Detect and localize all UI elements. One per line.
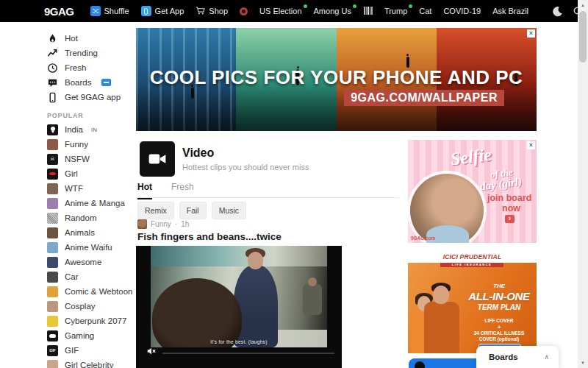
9gag-page: 9GAG Shuffle Get App Shop US Election bbox=[0, 0, 588, 368]
sidebar-item-comic-webtoon[interactable]: Comic & Webtoon bbox=[47, 284, 136, 299]
video-frame bbox=[151, 246, 327, 347]
top-nav: 9GAG Shuffle Get App Shop US Election bbox=[0, 0, 578, 22]
tabs-divider bbox=[136, 197, 399, 198]
nav-item-barcode[interactable] bbox=[363, 7, 373, 16]
phone-icon bbox=[47, 92, 58, 103]
sidebar-item-nsfw[interactable]: ☠ NSFW bbox=[47, 152, 136, 166]
random-board-avatar-icon bbox=[47, 213, 58, 224]
nav-item-shop[interactable]: Shop bbox=[196, 6, 228, 17]
barcode-icon bbox=[363, 7, 373, 16]
chip-fail[interactable]: Fail bbox=[179, 202, 207, 219]
sidebar-item-animals[interactable]: Animals bbox=[47, 225, 136, 240]
9gag-logo[interactable]: 9GAG bbox=[44, 5, 74, 18]
record-icon bbox=[240, 7, 248, 15]
anime-waifu-board-avatar-icon bbox=[47, 242, 58, 253]
join-board-cta[interactable]: join board bbox=[487, 193, 531, 203]
comic-webtoon-board-avatar-icon bbox=[47, 286, 58, 297]
boards-new-badge bbox=[101, 79, 111, 86]
sidebar-item-awesome[interactable]: Awesome bbox=[47, 255, 136, 269]
nav-item-ask-brazil[interactable]: Ask Brazil bbox=[492, 7, 528, 15]
nav-item-covid19[interactable]: COVID-19 bbox=[443, 7, 481, 15]
video-section-subtitle: Hottest clips you should never miss bbox=[182, 163, 309, 171]
left-sidebar: Hot Trending Fresh Boards Get 9GAG app P… bbox=[0, 22, 136, 368]
icici-brand-logo: ICICI PRUDENTIAL bbox=[443, 253, 502, 261]
flame-icon bbox=[47, 33, 58, 44]
nav-item-us-election[interactable]: US Election bbox=[259, 7, 301, 15]
post-time: 1h bbox=[181, 220, 189, 228]
sidebar-item-funny[interactable]: Funny bbox=[47, 137, 136, 152]
sidebar-item-boards[interactable]: Boards bbox=[47, 75, 136, 90]
video-camera-icon bbox=[148, 149, 167, 169]
post-title[interactable]: Fish fingers and beans....twice bbox=[137, 231, 282, 242]
chip-remix[interactable]: Remix bbox=[137, 202, 174, 219]
sidebar-item-anime-waifu[interactable]: Anime Waifu bbox=[47, 240, 136, 255]
arrow-right-icon[interactable]: › bbox=[505, 215, 514, 223]
girl-celebrity-board-avatar-icon bbox=[47, 360, 58, 368]
sidebar-item-anime-manga[interactable]: Anime & Manga bbox=[47, 196, 136, 210]
nav-item-shuffle[interactable]: Shuffle bbox=[90, 6, 129, 16]
wtf-board-avatar-icon bbox=[47, 183, 58, 194]
nsfw-board-avatar-icon: ☠ bbox=[47, 154, 58, 165]
sidebar-item-gif[interactable]: GIF GIF bbox=[47, 343, 136, 358]
cosplay-board-avatar-icon bbox=[47, 301, 58, 312]
icici-term-plan-ad[interactable]: ICICI PRUDENTIAL LIFE INSURANCE THE ALL-… bbox=[408, 250, 537, 353]
sidebar-item-get-app[interactable]: Get 9GAG app bbox=[47, 90, 136, 105]
page-scrollbar[interactable]: ▲ ▼ bbox=[578, 0, 588, 368]
sidebar-item-cyberpunk-2077[interactable]: Cyberpunk 2077 bbox=[47, 314, 136, 328]
dark-mode-moon-icon[interactable] bbox=[552, 6, 563, 17]
mute-speaker-icon[interactable] bbox=[146, 346, 157, 359]
sidebar-item-india[interactable]: India IN bbox=[47, 122, 136, 137]
shuffle-icon bbox=[90, 6, 101, 16]
boards-chat-icon bbox=[47, 77, 58, 88]
sidebar-item-girl[interactable]: Girl bbox=[47, 166, 136, 181]
live-dot bbox=[304, 4, 307, 8]
nav-item-record[interactable] bbox=[240, 7, 248, 15]
gif-board-avatar-icon: GIF bbox=[47, 345, 58, 356]
wallpaper-banner-ad[interactable]: COOL PICS FOR YOUR PHONE AND PC 9GAG.COM… bbox=[136, 28, 537, 131]
live-dot bbox=[409, 4, 412, 8]
chevron-up-icon: ∧ bbox=[544, 353, 549, 361]
nav-item-among-us[interactable]: Among Us bbox=[314, 7, 351, 15]
gaming-board-avatar-icon bbox=[47, 330, 58, 342]
clock-icon bbox=[47, 63, 58, 74]
nav-item-get-app[interactable]: Get App bbox=[141, 6, 184, 16]
sidebar-item-hot[interactable]: Hot bbox=[47, 31, 136, 46]
chip-music[interactable]: Music bbox=[212, 202, 246, 219]
scroll-up-arrow[interactable]: ▲ bbox=[578, 0, 588, 10]
video-caption: it's for the best. (laughs) bbox=[151, 339, 327, 344]
funny-board-avatar-icon bbox=[47, 139, 58, 150]
sidebar-item-fresh[interactable]: Fresh bbox=[47, 60, 136, 75]
banner-close-icon[interactable]: × bbox=[527, 29, 535, 38]
sidebar-item-cosplay[interactable]: Cosplay bbox=[47, 299, 136, 314]
india-board-avatar-icon bbox=[47, 124, 58, 135]
post-meta: Funny · 1h bbox=[137, 219, 189, 229]
sidebar-item-car[interactable]: Car bbox=[47, 269, 136, 284]
sidebar-item-wtf[interactable]: WTF bbox=[47, 181, 136, 196]
nav-item-trump[interactable]: Trump bbox=[384, 7, 407, 15]
cart-icon bbox=[196, 6, 205, 17]
sidebar-item-trending[interactable]: Trending bbox=[47, 46, 136, 60]
scrollbar-thumb[interactable] bbox=[579, 11, 587, 63]
post-board-avatar[interactable] bbox=[137, 219, 147, 229]
video-progress-bar[interactable] bbox=[162, 353, 334, 354]
banner-url: 9GAG.COM/WALLPAPER bbox=[344, 90, 504, 106]
trending-icon bbox=[47, 48, 58, 59]
video-player[interactable]: it's for the best. (laughs) bbox=[136, 246, 342, 368]
anime-manga-board-avatar-icon bbox=[47, 198, 58, 209]
sidebar-item-girl-celebrity[interactable]: Girl Celebrity bbox=[47, 358, 136, 368]
scroll-down-arrow[interactable]: ▼ bbox=[578, 358, 588, 368]
boards-panel[interactable]: Boards ∧ bbox=[476, 346, 559, 368]
girl-board-avatar-icon bbox=[47, 169, 58, 180]
selfie-ad-close-icon[interactable]: × bbox=[527, 141, 535, 149]
video-section-icon bbox=[140, 141, 175, 177]
sidebar-item-gaming[interactable]: Gaming bbox=[47, 328, 136, 343]
post-board-name[interactable]: Funny bbox=[151, 220, 171, 228]
selfie-board-ad[interactable]: Selfie of the day (girl) join board now … bbox=[408, 140, 537, 243]
ad-site-label: 9GAG.com bbox=[411, 236, 436, 241]
bottom-ad-peek[interactable] bbox=[409, 358, 482, 368]
nav-item-cat[interactable]: Cat bbox=[419, 7, 431, 15]
icici-headline: ALL-IN-ONE bbox=[462, 290, 536, 302]
selfie-girl-photo bbox=[410, 174, 484, 243]
phone-app-icon bbox=[141, 6, 151, 16]
sidebar-item-random[interactable]: Random bbox=[47, 210, 136, 225]
